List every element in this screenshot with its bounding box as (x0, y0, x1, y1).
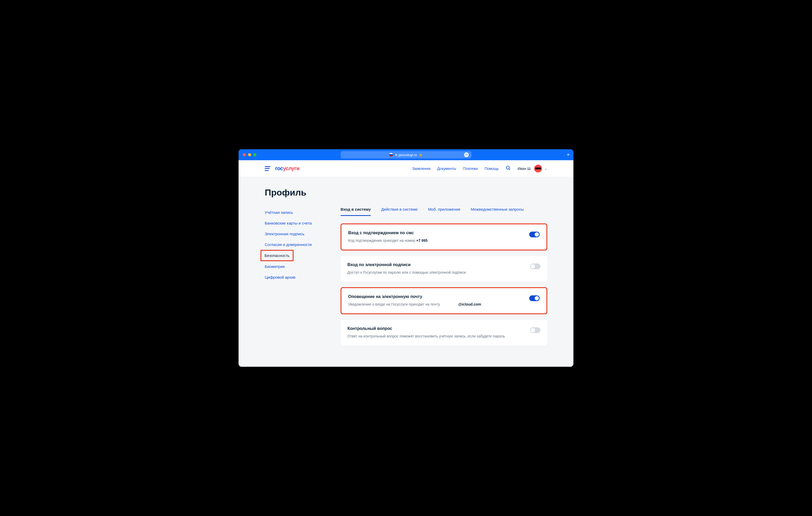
sidebar-item-account[interactable]: Учётная запись (265, 207, 325, 218)
tab-mobile-apps[interactable]: Моб. приложения (428, 207, 460, 216)
card-desc-prefix: Код подтверждения приходит на номер (348, 238, 416, 243)
tab-actions[interactable]: Действия в системе (381, 207, 417, 216)
toggle-sms-confirmation[interactable] (529, 232, 540, 237)
content-wrap: Учётная запись Банковские карты и счета … (265, 207, 547, 351)
avatar (534, 165, 542, 173)
card-esignature-login: Вход по электронной подписи Доступ к Гос… (341, 256, 547, 281)
logo-part-1: гос (275, 165, 283, 171)
browser-chrome: lk.gosuslugi.ru 🔒 ••• + (239, 149, 573, 160)
card-email-notification: Оповещение на электронную почту Уведомле… (341, 287, 547, 314)
lock-icon: 🔒 (419, 153, 423, 157)
card-description: Уведомление о входе на Госуслуги приходи… (348, 302, 481, 307)
sidebar-item-security[interactable]: Безопасность (261, 250, 293, 261)
svg-line-1 (509, 169, 510, 170)
card-title: Контрольный вопрос (347, 326, 505, 331)
user-name: Иван Ш. (518, 166, 531, 171)
sidebar-item-cards[interactable]: Банковские карты и счета (265, 218, 325, 229)
avatar-glasses-icon (535, 168, 541, 170)
nav-link-payments[interactable]: Платежи (463, 166, 478, 171)
card-description: Доступ к Госуслугам по паролю или с помо… (347, 270, 466, 275)
card-text: Оповещение на электронную почту Уведомле… (348, 294, 481, 307)
url-text: lk.gosuslugi.ru (395, 153, 417, 157)
logo-part-2: услуги (283, 165, 299, 171)
card-desc-prefix: Доступ к Госуслугам по паролю или с помо… (347, 270, 466, 274)
main-column: Вход в систему Действия в системе Моб. п… (341, 207, 547, 351)
maximize-window-icon[interactable] (253, 153, 256, 156)
tab-interagency[interactable]: Межведомственные запросы (471, 207, 524, 216)
search-icon (506, 165, 511, 171)
card-text: Вход по электронной подписи Доступ к Гос… (347, 263, 466, 275)
toggle-email-notification[interactable] (529, 295, 540, 301)
svg-point-0 (506, 166, 509, 169)
card-desc-value: +7 995 (416, 238, 428, 243)
card-sms-confirmation: Вход с подтверждением по смс Код подтвер… (341, 223, 547, 250)
page-body: Профиль Учётная запись Банковские карты … (239, 177, 573, 367)
logo[interactable]: госуслуги (275, 165, 299, 172)
window-controls (243, 153, 256, 156)
tab-login[interactable]: Вход в систему (341, 207, 371, 216)
nav-link-documents[interactable]: Документы (437, 166, 456, 171)
page-title: Профиль (265, 187, 547, 198)
toggle-security-question[interactable] (530, 327, 541, 333)
card-description: Ответ на контрольный вопрос поможет восс… (347, 334, 505, 339)
header-nav: Заявления Документы Платежи Помощь Иван … (412, 165, 547, 173)
toggle-esignature-login[interactable] (530, 264, 541, 269)
browser-window: lk.gosuslugi.ru 🔒 ••• + госуслуги Заявле… (239, 149, 573, 367)
sidebar: Учётная запись Банковские карты и счета … (265, 207, 325, 351)
card-desc-value: @icloud.com (458, 302, 481, 306)
new-tab-button[interactable]: + (567, 152, 570, 158)
card-text: Вход с подтверждением по смс Код подтвер… (348, 231, 428, 243)
site-info-icon[interactable]: ••• (464, 152, 469, 157)
card-desc-prefix: Ответ на контрольный вопрос поможет восс… (347, 334, 505, 338)
search-button[interactable] (506, 165, 511, 172)
sidebar-item-esignature[interactable]: Электронная подпись (265, 229, 325, 239)
card-text: Контрольный вопрос Ответ на контрольный … (347, 326, 505, 339)
card-desc-prefix: Уведомление о входе на Госуслуги приходи… (348, 302, 441, 306)
close-window-icon[interactable] (243, 153, 246, 156)
sidebar-item-consents[interactable]: Согласия и доверенности (265, 239, 325, 250)
minimize-window-icon[interactable] (248, 153, 251, 156)
menu-button[interactable] (265, 166, 270, 171)
card-title: Вход по электронной подписи (347, 263, 466, 267)
site-flag-icon (389, 153, 393, 157)
site-header: госуслуги Заявления Документы Платежи По… (239, 160, 573, 177)
nav-link-help[interactable]: Помощь (485, 166, 499, 171)
user-menu[interactable]: Иван Ш. ⌄ (518, 165, 547, 173)
card-title: Вход с подтверждением по смс (348, 231, 428, 235)
sidebar-item-biometrics[interactable]: Биометрия (265, 261, 325, 272)
nav-link-applications[interactable]: Заявления (412, 166, 430, 171)
card-security-question: Контрольный вопрос Ответ на контрольный … (341, 320, 547, 345)
address-bar[interactable]: lk.gosuslugi.ru 🔒 ••• (341, 151, 471, 158)
card-title: Оповещение на электронную почту (348, 294, 481, 299)
chevron-down-icon: ⌄ (545, 167, 547, 171)
tabs: Вход в систему Действия в системе Моб. п… (341, 207, 547, 216)
sidebar-item-archive[interactable]: Цифровой архив (265, 272, 325, 282)
card-description: Код подтверждения приходит на номер +7 9… (348, 238, 428, 243)
